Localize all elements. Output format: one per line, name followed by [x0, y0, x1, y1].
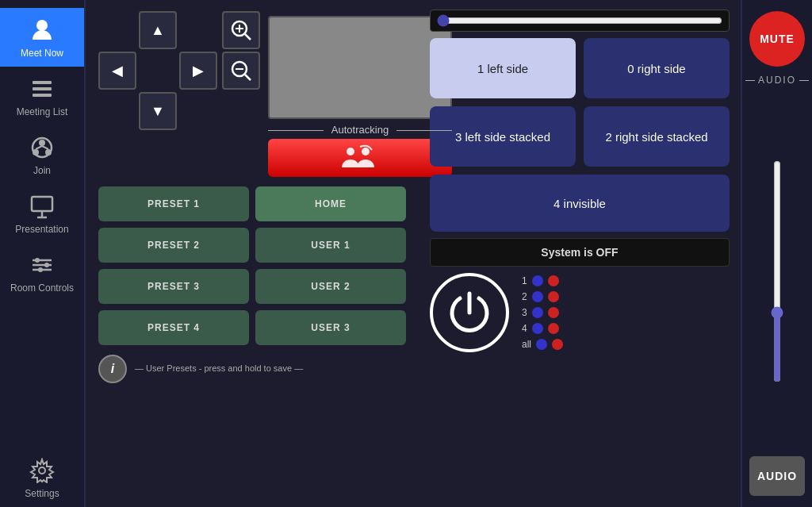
settings-icon	[25, 456, 59, 485]
indicator-2-dot-red	[548, 291, 559, 302]
layout-2-right-stacked-button[interactable]: 2 right side stacked	[584, 106, 730, 167]
mute-button[interactable]: MUTE	[749, 11, 805, 67]
sidebar-item-settings[interactable]: Settings	[0, 448, 84, 507]
layout-0-right-button[interactable]: 0 right side	[584, 38, 730, 98]
audio-panel: MUTE AUDIO AUDIO	[741, 0, 812, 507]
indicator-4-dot-red	[548, 323, 559, 334]
layout-3-left-stacked-button[interactable]: 3 left side stacked	[430, 106, 576, 167]
indicator-all-label: all	[522, 339, 531, 350]
indicator-row-4: 4	[522, 323, 563, 334]
svg-point-17	[44, 263, 49, 267]
svg-line-8	[36, 146, 42, 149]
meet-now-icon	[25, 16, 59, 44]
svg-point-28	[362, 148, 370, 156]
dpad-up-button[interactable]: ▲	[139, 11, 177, 49]
indicator-3-dot-red	[548, 307, 559, 318]
indicator-4-dot-blue	[532, 323, 543, 334]
sidebar-item-presentation[interactable]: Presentation	[0, 184, 84, 243]
dpad-zoom-row: ▲ ◀ ▶ ▼	[98, 11, 260, 130]
sidebar-item-join-label: Join	[33, 165, 51, 176]
dpad-right-button[interactable]: ▶	[179, 52, 217, 90]
bottom-row: 1 2 3 4	[430, 273, 730, 352]
svg-rect-1	[33, 81, 52, 84]
zoom-out-button[interactable]	[222, 52, 260, 90]
indicator-3-dot-blue	[532, 307, 543, 318]
dpad-zoom-column: ▲ ◀ ▶ ▼	[98, 11, 260, 177]
meeting-list-icon	[25, 75, 59, 103]
sidebar-item-settings-label: Settings	[25, 488, 59, 499]
svg-line-9	[42, 146, 48, 149]
dpad-center	[139, 52, 177, 90]
indicator-row-2: 2	[522, 291, 563, 302]
indicator-3-label: 3	[522, 307, 527, 318]
svg-line-25	[245, 75, 251, 80]
user1-button[interactable]: USER 1	[255, 228, 406, 263]
indicator-1-dot-red	[548, 275, 559, 286]
audio-button[interactable]: AUDIO	[749, 456, 805, 496]
sidebar-item-meet-now-label: Meet Now	[21, 48, 63, 59]
svg-point-18	[38, 267, 43, 272]
preset4-button[interactable]: PRESET 4	[98, 310, 249, 345]
preset2-button[interactable]: PRESET 2	[98, 228, 249, 263]
svg-line-21	[245, 34, 251, 40]
sidebar-item-room-controls[interactable]: Room Controls	[0, 243, 84, 302]
sidebar-item-meet-now[interactable]: Meet Now	[0, 8, 84, 67]
audio-label: AUDIO	[745, 75, 809, 86]
power-button[interactable]	[430, 273, 509, 352]
volume-slider[interactable]	[771, 160, 783, 382]
svg-point-16	[35, 258, 40, 263]
svg-point-27	[347, 148, 354, 156]
main-content: ▲ ◀ ▶ ▼	[86, 0, 812, 507]
presets-grid: PRESET 1 HOME PRESET 2 USER 1 PRESET 3 U…	[98, 186, 406, 345]
indicator-all-dot-blue	[536, 339, 547, 350]
dpad-empty-br	[179, 92, 217, 130]
sidebar-item-room-controls-label: Room Controls	[10, 282, 74, 294]
preset3-button[interactable]: PRESET 3	[98, 269, 249, 304]
preset1-button[interactable]: PRESET 1	[98, 186, 249, 221]
top-slider-input[interactable]	[437, 14, 722, 27]
left-panel: ▲ ◀ ▶ ▼	[86, 0, 419, 507]
top-slider-row	[430, 10, 730, 32]
indicator-1-dot-blue	[532, 275, 543, 286]
indicators: 1 2 3 4	[522, 275, 563, 350]
indicator-row-3: 3	[522, 307, 563, 318]
svg-rect-10	[32, 197, 52, 211]
sidebar-item-meeting-list-label: Meeting List	[17, 106, 68, 117]
layout-grid: 1 left side 0 right side 3 left side sta…	[430, 38, 730, 232]
right-panel: 1 left side 0 right side 3 left side sta…	[419, 0, 741, 507]
svg-point-7	[45, 149, 52, 156]
indicator-1-label: 1	[522, 275, 527, 286]
dpad-left-button[interactable]: ◀	[98, 52, 136, 90]
layout-1-left-button[interactable]: 1 left side	[430, 38, 576, 98]
sidebar: Meet Now Meeting List Join Presentation …	[0, 0, 86, 507]
indicator-2-dot-blue	[532, 291, 543, 302]
info-button[interactable]: i	[98, 355, 127, 383]
dpad-down-button[interactable]: ▼	[139, 92, 177, 130]
svg-rect-2	[33, 87, 52, 90]
system-status-bar: System is OFF	[430, 238, 730, 267]
home-button[interactable]: HOME	[255, 186, 406, 221]
sidebar-item-presentation-label: Presentation	[15, 224, 68, 235]
sidebar-item-join[interactable]: Join	[0, 125, 84, 184]
dpad-empty-tr	[179, 11, 217, 49]
indicator-4-label: 4	[522, 323, 527, 334]
sidebar-item-meeting-list[interactable]: Meeting List	[0, 67, 84, 125]
dpad-empty-bl	[98, 92, 136, 130]
svg-point-19	[39, 467, 45, 474]
join-icon	[25, 133, 59, 162]
zoom-in-button[interactable]	[222, 11, 260, 49]
presentation-icon	[25, 192, 59, 221]
preset-footer-text: — User Presets - press and hold to save …	[135, 363, 303, 373]
slider-bar[interactable]	[430, 10, 730, 32]
volume-slider-wrap	[771, 94, 783, 448]
dpad: ▲ ◀ ▶ ▼	[98, 11, 217, 130]
dpad-empty-tl	[98, 11, 136, 49]
user3-button[interactable]: USER 3	[255, 310, 406, 345]
layout-4-invisible-button[interactable]: 4 invisible	[430, 175, 730, 232]
system-status-text: System is OFF	[541, 246, 618, 259]
indicator-2-label: 2	[522, 291, 527, 302]
svg-rect-3	[33, 94, 52, 97]
indicator-row-all: all	[522, 339, 563, 350]
zoom-controls	[222, 11, 260, 130]
user2-button[interactable]: USER 2	[255, 269, 406, 304]
